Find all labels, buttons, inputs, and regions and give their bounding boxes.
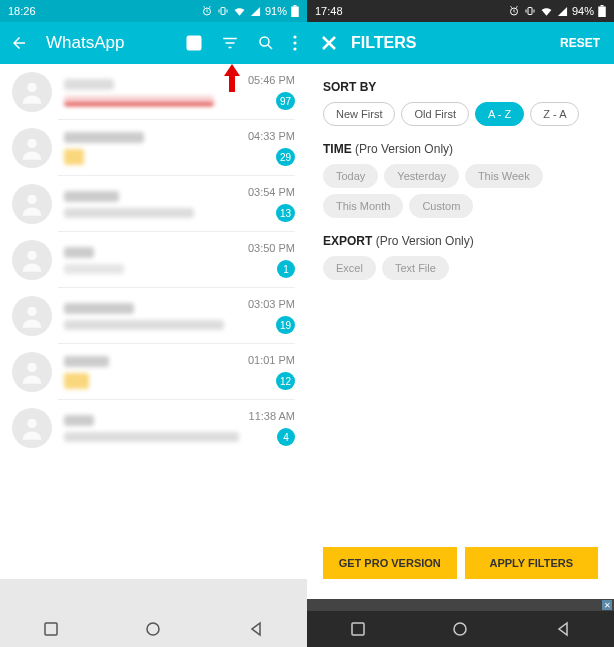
phone-right: 17:48 94% FILTERS RESET SORT BY New Firs…	[307, 0, 614, 647]
avatar	[12, 240, 52, 280]
chip-new-first[interactable]: New First	[323, 102, 395, 126]
nav-bar	[307, 611, 614, 647]
search-icon[interactable]	[257, 34, 275, 52]
avatar	[12, 128, 52, 168]
bottom-spacer	[0, 579, 307, 611]
unread-badge: 12	[276, 372, 295, 390]
svg-point-18	[147, 623, 159, 635]
chat-item[interactable]: 03:03 PM19	[0, 288, 307, 344]
more-icon[interactable]	[293, 35, 297, 51]
battery-icon	[291, 5, 299, 17]
image-icon[interactable]	[185, 34, 203, 52]
wifi-icon	[233, 5, 246, 18]
avatar	[12, 352, 52, 392]
unread-badge: 29	[276, 148, 295, 166]
chat-time: 05:46 PM	[248, 74, 295, 86]
svg-point-24	[454, 623, 466, 635]
avatar	[12, 296, 52, 336]
chip-a-z[interactable]: A - Z	[475, 102, 524, 126]
sort-title: SORT BY	[323, 80, 598, 94]
chip-yesterday[interactable]: Yesterday	[384, 164, 459, 188]
nav-bar	[0, 611, 307, 647]
avatar	[12, 72, 52, 112]
status-bar: 18:26 91%	[0, 0, 307, 22]
chat-time: 03:54 PM	[248, 186, 295, 198]
status-icons: 94%	[508, 5, 606, 18]
chip-today[interactable]: Today	[323, 164, 378, 188]
unread-badge: 4	[277, 428, 295, 446]
filter-bar: FILTERS RESET	[307, 22, 614, 64]
chat-item[interactable]: 04:33 PM29	[0, 120, 307, 176]
phone-left: 18:26 91% WhatsApp 05:46 PM97	[0, 0, 307, 647]
unread-badge: 1	[277, 260, 295, 278]
chat-item[interactable]: 11:38 AM4	[0, 400, 307, 456]
chip-old-first[interactable]: Old First	[401, 102, 469, 126]
nav-recent-icon[interactable]	[43, 621, 59, 637]
wifi-icon	[540, 5, 553, 18]
vibrate-icon	[524, 5, 536, 17]
app-bar: WhatsApp	[0, 22, 307, 64]
chat-list[interactable]: 05:46 PM97 04:33 PM29 03:54 PM13 03:50 P…	[0, 64, 307, 579]
nav-recent-icon[interactable]	[350, 621, 366, 637]
chip-custom[interactable]: Custom	[409, 194, 473, 218]
chat-time: 03:03 PM	[248, 298, 295, 310]
close-icon[interactable]	[321, 35, 337, 51]
filter-icon[interactable]	[221, 34, 239, 52]
export-title: EXPORT (Pro Version Only)	[323, 234, 598, 248]
svg-point-11	[27, 139, 36, 148]
chat-item[interactable]: 01:01 PM12	[0, 344, 307, 400]
chat-time: 11:38 AM	[249, 410, 295, 422]
vibrate-icon	[217, 5, 229, 17]
nav-back-icon[interactable]	[248, 621, 264, 637]
svg-rect-22	[601, 5, 604, 7]
battery-pct: 94%	[572, 5, 594, 17]
svg-point-7	[293, 35, 296, 38]
nav-home-icon[interactable]	[452, 621, 468, 637]
chip-excel[interactable]: Excel	[323, 256, 376, 280]
chat-time: 01:01 PM	[248, 354, 295, 366]
ad-close-icon[interactable]: ✕	[602, 600, 612, 610]
svg-point-5	[190, 39, 193, 42]
unread-badge: 19	[276, 316, 295, 334]
apply-filters-button[interactable]: APPLY FILTERS	[465, 547, 599, 579]
chat-item[interactable]: 03:54 PM13	[0, 176, 307, 232]
back-icon[interactable]	[10, 34, 28, 52]
avatar	[12, 184, 52, 224]
svg-rect-20	[528, 8, 532, 15]
chip-this-month[interactable]: This Month	[323, 194, 403, 218]
chat-item[interactable]: 03:50 PM1	[0, 232, 307, 288]
svg-rect-1	[221, 8, 225, 15]
svg-rect-21	[598, 7, 606, 18]
nav-home-icon[interactable]	[145, 621, 161, 637]
status-icons: 91%	[201, 5, 299, 18]
get-pro-button[interactable]: GET PRO VERSION	[323, 547, 457, 579]
filter-title: FILTERS	[351, 34, 416, 52]
filter-buttons: GET PRO VERSION APPLY FILTERS	[323, 547, 598, 585]
status-time: 17:48	[315, 5, 343, 17]
alarm-icon	[201, 5, 213, 17]
svg-point-8	[293, 41, 296, 44]
svg-point-15	[27, 363, 36, 372]
chip-this-week[interactable]: This Week	[465, 164, 543, 188]
ad-strip: ✕	[307, 599, 614, 611]
nav-back-icon[interactable]	[555, 621, 571, 637]
battery-icon	[598, 5, 606, 17]
svg-rect-17	[45, 623, 57, 635]
alarm-icon	[508, 5, 520, 17]
chat-time: 03:50 PM	[248, 242, 295, 254]
time-options: Today Yesterday This Week This Month Cus…	[323, 164, 598, 218]
reset-button[interactable]: RESET	[560, 36, 600, 50]
svg-point-13	[27, 251, 36, 260]
avatar	[12, 408, 52, 448]
svg-point-6	[260, 37, 269, 46]
unread-badge: 13	[276, 204, 295, 222]
export-options: Excel Text File	[323, 256, 598, 280]
chip-z-a[interactable]: Z - A	[530, 102, 579, 126]
svg-point-12	[27, 195, 36, 204]
chip-textfile[interactable]: Text File	[382, 256, 449, 280]
svg-point-10	[27, 83, 36, 92]
chat-item[interactable]: 05:46 PM97	[0, 64, 307, 120]
status-bar: 17:48 94%	[307, 0, 614, 22]
svg-point-16	[27, 419, 36, 428]
svg-rect-23	[352, 623, 364, 635]
